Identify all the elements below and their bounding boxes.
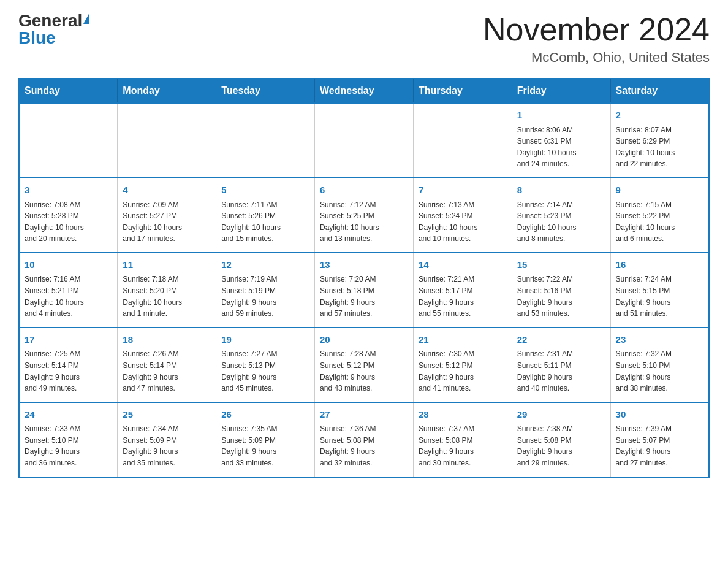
calendar-cell: 25Sunrise: 7:34 AM Sunset: 5:09 PM Dayli…	[118, 402, 216, 477]
calendar-cell: 27Sunrise: 7:36 AM Sunset: 5:08 PM Dayli…	[315, 402, 414, 477]
calendar-cell: 11Sunrise: 7:18 AM Sunset: 5:20 PM Dayli…	[118, 253, 216, 327]
calendar-cell: 5Sunrise: 7:11 AM Sunset: 5:26 PM Daylig…	[216, 178, 315, 253]
day-number: 4	[123, 183, 211, 197]
day-number: 2	[616, 109, 703, 123]
day-info: Sunrise: 7:27 AM Sunset: 5:13 PM Dayligh…	[221, 348, 309, 394]
day-info: Sunrise: 7:13 AM Sunset: 5:24 PM Dayligh…	[419, 199, 507, 245]
weekday-header-sunday: Sunday	[19, 79, 118, 103]
logo-general-text: General	[18, 12, 82, 29]
day-info: Sunrise: 7:09 AM Sunset: 5:27 PM Dayligh…	[123, 199, 211, 245]
day-info: Sunrise: 7:11 AM Sunset: 5:26 PM Dayligh…	[221, 199, 309, 245]
calendar-cell: 9Sunrise: 7:15 AM Sunset: 5:22 PM Daylig…	[610, 178, 709, 253]
calendar-cell	[413, 103, 512, 178]
day-number: 7	[419, 183, 507, 197]
day-number: 28	[419, 408, 507, 422]
day-info: Sunrise: 7:38 AM Sunset: 5:08 PM Dayligh…	[517, 423, 605, 469]
day-number: 1	[517, 109, 605, 123]
day-info: Sunrise: 7:39 AM Sunset: 5:07 PM Dayligh…	[616, 423, 703, 469]
day-info: Sunrise: 7:16 AM Sunset: 5:21 PM Dayligh…	[25, 274, 112, 319]
weekday-header-saturday: Saturday	[610, 79, 709, 103]
day-number: 16	[616, 258, 703, 272]
day-number: 13	[320, 258, 408, 272]
calendar-cell: 10Sunrise: 7:16 AM Sunset: 5:21 PM Dayli…	[19, 253, 118, 327]
day-info: Sunrise: 7:26 AM Sunset: 5:14 PM Dayligh…	[123, 348, 211, 394]
day-info: Sunrise: 7:35 AM Sunset: 5:09 PM Dayligh…	[221, 423, 309, 469]
day-number: 26	[221, 408, 309, 422]
calendar-week-5: 24Sunrise: 7:33 AM Sunset: 5:10 PM Dayli…	[19, 402, 709, 477]
calendar-cell: 14Sunrise: 7:21 AM Sunset: 5:17 PM Dayli…	[413, 253, 512, 327]
weekday-header-wednesday: Wednesday	[315, 79, 414, 103]
weekday-header-friday: Friday	[512, 79, 610, 103]
calendar-cell: 7Sunrise: 7:13 AM Sunset: 5:24 PM Daylig…	[413, 178, 512, 253]
logo-triangle-icon	[83, 13, 89, 24]
calendar-cell	[118, 103, 216, 178]
day-info: Sunrise: 7:33 AM Sunset: 5:10 PM Dayligh…	[25, 423, 112, 469]
day-number: 22	[517, 333, 605, 347]
calendar-cell	[216, 103, 315, 178]
calendar-cell: 4Sunrise: 7:09 AM Sunset: 5:27 PM Daylig…	[118, 178, 216, 253]
calendar-cell: 28Sunrise: 7:37 AM Sunset: 5:08 PM Dayli…	[413, 402, 512, 477]
calendar-cell	[19, 103, 118, 178]
weekday-header-thursday: Thursday	[413, 79, 512, 103]
calendar-cell: 8Sunrise: 7:14 AM Sunset: 5:23 PM Daylig…	[512, 178, 610, 253]
day-number: 10	[25, 258, 112, 272]
calendar-cell: 29Sunrise: 7:38 AM Sunset: 5:08 PM Dayli…	[512, 402, 610, 477]
calendar-week-3: 10Sunrise: 7:16 AM Sunset: 5:21 PM Dayli…	[19, 253, 709, 327]
day-number: 29	[517, 408, 605, 422]
day-number: 27	[320, 408, 408, 422]
calendar-cell	[315, 103, 414, 178]
day-info: Sunrise: 7:32 AM Sunset: 5:10 PM Dayligh…	[616, 348, 703, 394]
logo-blue-text: Blue	[18, 29, 56, 47]
calendar-cell: 19Sunrise: 7:27 AM Sunset: 5:13 PM Dayli…	[216, 327, 315, 402]
location-title: McComb, Ohio, United States	[483, 50, 710, 66]
day-number: 5	[221, 183, 309, 197]
day-info: Sunrise: 7:22 AM Sunset: 5:16 PM Dayligh…	[517, 274, 605, 319]
calendar-cell: 6Sunrise: 7:12 AM Sunset: 5:25 PM Daylig…	[315, 178, 414, 253]
day-info: Sunrise: 7:12 AM Sunset: 5:25 PM Dayligh…	[320, 199, 408, 245]
day-info: Sunrise: 8:06 AM Sunset: 6:31 PM Dayligh…	[517, 124, 605, 170]
day-info: Sunrise: 7:15 AM Sunset: 5:22 PM Dayligh…	[616, 199, 703, 245]
calendar-cell: 24Sunrise: 7:33 AM Sunset: 5:10 PM Dayli…	[19, 402, 118, 477]
calendar-cell: 21Sunrise: 7:30 AM Sunset: 5:12 PM Dayli…	[413, 327, 512, 402]
calendar-cell: 18Sunrise: 7:26 AM Sunset: 5:14 PM Dayli…	[118, 327, 216, 402]
calendar-week-2: 3Sunrise: 7:08 AM Sunset: 5:28 PM Daylig…	[19, 178, 709, 253]
calendar-cell: 30Sunrise: 7:39 AM Sunset: 5:07 PM Dayli…	[610, 402, 709, 477]
calendar-cell: 1Sunrise: 8:06 AM Sunset: 6:31 PM Daylig…	[512, 103, 610, 178]
calendar-cell: 20Sunrise: 7:28 AM Sunset: 5:12 PM Dayli…	[315, 327, 414, 402]
calendar-cell: 12Sunrise: 7:19 AM Sunset: 5:19 PM Dayli…	[216, 253, 315, 327]
calendar-header-row: SundayMondayTuesdayWednesdayThursdayFrid…	[19, 79, 709, 103]
day-number: 15	[517, 258, 605, 272]
day-number: 11	[123, 258, 211, 272]
day-number: 3	[25, 183, 112, 197]
day-number: 25	[123, 408, 211, 422]
calendar-cell: 2Sunrise: 8:07 AM Sunset: 6:29 PM Daylig…	[610, 103, 709, 178]
day-number: 21	[419, 333, 507, 347]
calendar-cell: 17Sunrise: 7:25 AM Sunset: 5:14 PM Dayli…	[19, 327, 118, 402]
day-info: Sunrise: 7:24 AM Sunset: 5:15 PM Dayligh…	[616, 274, 703, 319]
day-info: Sunrise: 7:30 AM Sunset: 5:12 PM Dayligh…	[419, 348, 507, 394]
day-info: Sunrise: 7:18 AM Sunset: 5:20 PM Dayligh…	[123, 274, 211, 319]
day-number: 9	[616, 183, 703, 197]
day-info: Sunrise: 8:07 AM Sunset: 6:29 PM Dayligh…	[616, 124, 703, 170]
day-number: 12	[221, 258, 309, 272]
calendar-table: SundayMondayTuesdayWednesdayThursdayFrid…	[18, 78, 710, 477]
title-block: November 2024 McComb, Ohio, United State…	[483, 12, 710, 66]
day-number: 24	[25, 408, 112, 422]
calendar-cell: 26Sunrise: 7:35 AM Sunset: 5:09 PM Dayli…	[216, 402, 315, 477]
day-info: Sunrise: 7:36 AM Sunset: 5:08 PM Dayligh…	[320, 423, 408, 469]
day-info: Sunrise: 7:31 AM Sunset: 5:11 PM Dayligh…	[517, 348, 605, 394]
month-title: November 2024	[483, 12, 710, 47]
calendar-cell: 13Sunrise: 7:20 AM Sunset: 5:18 PM Dayli…	[315, 253, 414, 327]
day-number: 30	[616, 408, 703, 422]
day-number: 8	[517, 183, 605, 197]
day-number: 23	[616, 333, 703, 347]
calendar-cell: 3Sunrise: 7:08 AM Sunset: 5:28 PM Daylig…	[19, 178, 118, 253]
day-number: 20	[320, 333, 408, 347]
day-info: Sunrise: 7:25 AM Sunset: 5:14 PM Dayligh…	[25, 348, 112, 394]
day-number: 17	[25, 333, 112, 347]
day-number: 19	[221, 333, 309, 347]
page-header: General Blue November 2024 McComb, Ohio,…	[18, 12, 710, 66]
day-number: 18	[123, 333, 211, 347]
day-number: 14	[419, 258, 507, 272]
calendar-week-1: 1Sunrise: 8:06 AM Sunset: 6:31 PM Daylig…	[19, 103, 709, 178]
